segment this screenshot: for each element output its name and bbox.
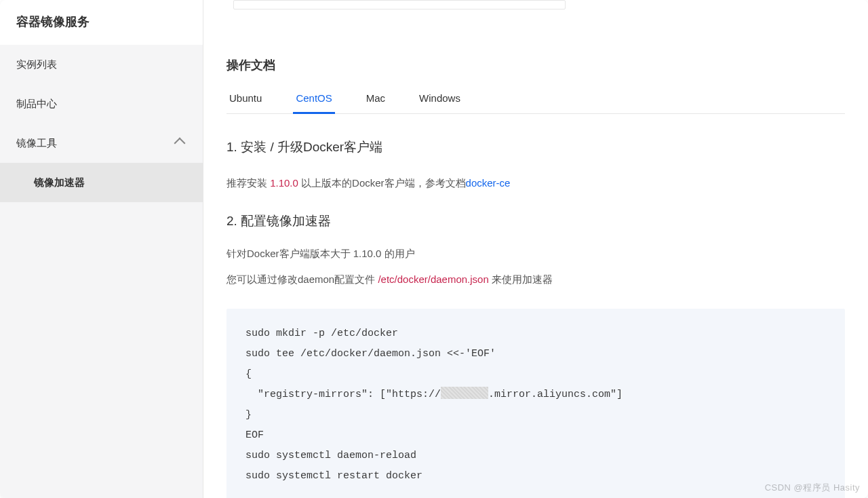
sidebar-item-mirror-tools[interactable]: 镜像工具	[0, 123, 203, 163]
version-text: 1.10.0	[353, 248, 382, 259]
code-line: "registry-mirrors": ["https://	[245, 389, 441, 400]
tab-windows[interactable]: Windows	[416, 85, 463, 113]
code-block: sudo mkdir -p /etc/docker sudo tee /etc/…	[226, 309, 845, 498]
code-line: sudo systemctl daemon-reload	[245, 450, 416, 461]
text: 以上版本的Docker客户端，参考文档	[298, 177, 466, 189]
page-wrapper: 容器镜像服务 实例列表 制品中心 镜像工具 镜像加速器 操作文档 Ubuntu …	[0, 0, 868, 498]
os-tabs: Ubuntu CentOS Mac Windows	[226, 85, 845, 114]
code-line: sudo mkdir -p /etc/docker	[245, 328, 398, 339]
tab-centos[interactable]: CentOS	[293, 85, 334, 113]
chevron-up-icon	[174, 138, 186, 149]
sidebar-item-label: 实例列表	[16, 58, 57, 71]
sidebar: 容器镜像服务 实例列表 制品中心 镜像工具 镜像加速器	[0, 0, 203, 498]
tab-ubuntu[interactable]: Ubuntu	[226, 85, 264, 113]
docker-ce-link[interactable]: docker-ce	[466, 177, 511, 189]
main-content: 操作文档 Ubuntu CentOS Mac Windows 1. 安装 / 升…	[203, 0, 868, 498]
input-placeholder-box	[233, 0, 566, 9]
watermark: CSDN @程序员 Hasity	[765, 482, 860, 494]
doc-heading: 操作文档	[226, 57, 845, 73]
sidebar-item-label: 制品中心	[16, 98, 57, 111]
sidebar-item-instances[interactable]: 实例列表	[0, 45, 203, 84]
code-line: EOF	[245, 429, 264, 441]
sidebar-item-products[interactable]: 制品中心	[0, 84, 203, 123]
sidebar-subitem-label: 镜像加速器	[34, 176, 85, 189]
text: 的用户	[381, 248, 414, 259]
sidebar-subitem-mirror-accelerator[interactable]: 镜像加速器	[0, 163, 203, 202]
step2-line2: 您可以通过修改daemon配置文件 /etc/docker/daemon.jso…	[226, 270, 845, 288]
text: 针对Docker客户端版本大于	[226, 248, 353, 259]
code-line: .mirror.aliyuncs.com"]	[488, 389, 623, 400]
text: 推荐安装	[226, 177, 270, 189]
version-text: 1.10.0	[270, 177, 298, 189]
redacted-subdomain	[441, 387, 488, 399]
code-line: {	[245, 368, 252, 380]
sidebar-item-label: 镜像工具	[16, 137, 57, 150]
text: 来使用加速器	[489, 273, 553, 285]
tab-mac[interactable]: Mac	[363, 85, 388, 113]
code-line: sudo tee /etc/docker/daemon.json <<-'EOF…	[245, 348, 496, 360]
code-line: sudo systemctl restart docker	[245, 470, 422, 482]
sidebar-title: 容器镜像服务	[0, 0, 203, 45]
config-path: /etc/docker/daemon.json	[378, 273, 488, 285]
step2-title: 2. 配置镜像加速器	[226, 212, 845, 230]
step1-paragraph: 推荐安装 1.10.0 以上版本的Docker客户端，参考文档docker-ce	[226, 174, 845, 192]
text: 您可以通过修改daemon配置文件	[226, 273, 378, 285]
step1-title: 1. 安装 / 升级Docker客户端	[226, 138, 845, 156]
code-line: }	[245, 409, 252, 421]
step2-line1: 针对Docker客户端版本大于 1.10.0 的用户	[226, 248, 845, 261]
